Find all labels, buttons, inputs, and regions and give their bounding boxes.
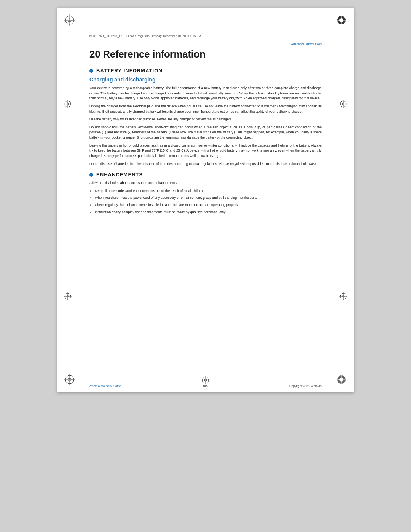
svg-point-1 [68, 19, 71, 22]
file-info: 6010.ENv1_9311233_121903.book Page 105 T… [89, 34, 322, 38]
corner-mark-bottom-left [64, 374, 75, 385]
svg-point-5 [339, 18, 343, 22]
main-content: 6010.ENv1_9311233_121903.book Page 105 T… [89, 34, 322, 366]
side-mark-left-upper [64, 100, 72, 108]
battery-heading-text: BATTERY INFORMATION [96, 68, 162, 73]
charging-para-6: Do not dispose of batteries in a fire! D… [89, 161, 322, 167]
chapter-title: 20 Reference information [89, 48, 322, 60]
section-enhancements: ENHANCEMENTS A few practical rules about… [89, 172, 322, 215]
footer-left: Nokia 6010 User Guide [89, 384, 121, 388]
svg-point-29 [342, 295, 344, 297]
svg-point-25 [67, 295, 69, 297]
page-footer: Nokia 6010 User Guide 105 Copyright © 20… [89, 384, 322, 388]
side-mark-right-upper [339, 100, 347, 108]
enhancement-item-2: When you disconnect the power cord of an… [95, 195, 322, 201]
svg-point-32 [202, 377, 209, 383]
rule-bottom [76, 370, 335, 370]
svg-point-12 [337, 375, 346, 384]
running-header: Reference information [89, 42, 322, 46]
subsection-charging: Charging and discharging Your device is … [89, 77, 322, 166]
charging-para-4: Do not short-circuit the battery. Accide… [89, 125, 322, 141]
svg-point-33 [204, 379, 207, 381]
page: 6010.ENv1_9311233_121903.book Page 105 T… [57, 8, 354, 392]
battery-bullet [89, 69, 93, 73]
charging-para-1: Your device is powered by a rechargeable… [89, 86, 322, 101]
enhancement-item-4: Installation of any complex car enhancem… [95, 210, 322, 215]
svg-point-0 [65, 16, 74, 24]
svg-point-4 [337, 16, 346, 24]
enhancements-section-heading: ENHANCEMENTS [89, 172, 322, 177]
rule-top [76, 30, 335, 30]
charging-para-5: Leaving the battery in hot or cold place… [89, 143, 322, 159]
side-mark-right-lower [339, 292, 347, 300]
charging-heading: Charging and discharging [89, 77, 322, 83]
enhancements-intro: A few practical rules about accessories … [89, 181, 322, 186]
corner-mark-top-right [336, 14, 347, 26]
section-battery: BATTERY INFORMATION Charging and dischar… [89, 68, 322, 166]
enhancements-heading-text: ENHANCEMENTS [96, 172, 143, 177]
svg-point-17 [67, 103, 69, 105]
svg-point-16 [65, 101, 71, 107]
svg-point-8 [65, 375, 74, 384]
battery-section-heading: BATTERY INFORMATION [89, 68, 322, 73]
svg-point-24 [65, 293, 71, 299]
svg-point-9 [68, 378, 71, 381]
charging-para-3: Use the battery only for its intended pu… [89, 117, 322, 122]
svg-point-28 [340, 293, 346, 299]
enhancements-bullet [89, 173, 93, 177]
corner-mark-top-left [64, 14, 75, 26]
enhancement-item-3: Check regularly that enhancements instal… [95, 203, 322, 208]
svg-point-20 [340, 101, 346, 107]
svg-point-13 [339, 378, 343, 382]
footer-center: 105 [202, 384, 207, 388]
footer-right: Copyright © 2004 Nokia [289, 384, 322, 388]
side-mark-left-lower [64, 292, 72, 300]
corner-mark-bottom-right [336, 374, 347, 385]
enhancements-list: Keep all accessories and enhancements ou… [95, 189, 322, 215]
charging-para-2: Unplug the charger from the electrical p… [89, 104, 322, 114]
enhancement-item-1: Keep all accessories and enhancements ou… [95, 189, 322, 194]
svg-point-21 [342, 103, 344, 105]
